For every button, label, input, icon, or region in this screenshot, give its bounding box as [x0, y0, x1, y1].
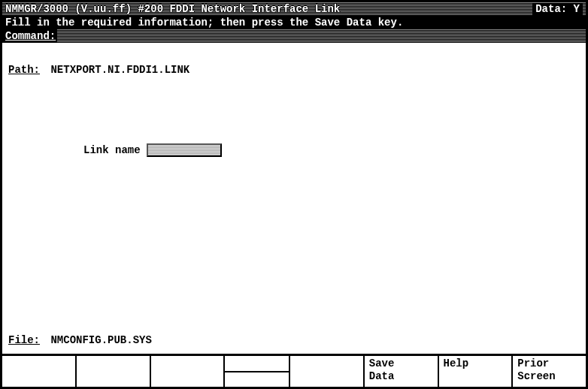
file-row: File: NMCONFIG.PUB.SYS: [8, 334, 152, 346]
fkey-label: Prior: [517, 357, 581, 370]
fkey-4-bottom: [225, 372, 289, 387]
fkey-label: Screen: [517, 370, 581, 383]
link-name-row: Link name: [83, 143, 580, 157]
fkey-help[interactable]: Help: [439, 356, 514, 387]
instruction-text: Fill in the required information; then p…: [2, 16, 586, 29]
title-bar: NMMGR/3000 (V.uu.ff) #200 FDDI Network I…: [2, 2, 586, 16]
file-label: File:: [8, 334, 40, 346]
fkey-3[interactable]: [151, 356, 226, 387]
data-label: Data:: [535, 3, 567, 15]
command-input[interactable]: [57, 29, 586, 43]
link-name-input[interactable]: [147, 143, 222, 157]
app-title: NMMGR/3000 (V.uu.ff) #200 FDDI Network I…: [5, 3, 340, 15]
fkey-1[interactable]: [2, 356, 77, 387]
fkey-save-data[interactable]: Save Data: [365, 356, 439, 387]
fkey-label: Help: [444, 357, 508, 370]
main-area: Path: NETXPORT.NI.FDDI1.LINK Link name F…: [2, 43, 586, 351]
fkey-label: Save: [369, 357, 433, 370]
path-value: NETXPORT.NI.FDDI1.LINK: [50, 64, 189, 76]
fkey-prior-screen[interactable]: Prior Screen: [513, 356, 586, 387]
data-value: Y: [574, 3, 580, 15]
file-value: NMCONFIG.PUB.SYS: [50, 334, 151, 346]
fkey-4-top: [225, 356, 289, 372]
fkey-4[interactable]: [225, 356, 290, 387]
fkey-2[interactable]: [77, 356, 151, 387]
command-row: Command:: [2, 29, 586, 43]
path-row: Path: NETXPORT.NI.FDDI1.LINK: [8, 64, 580, 76]
data-indicator: Data: Y: [532, 3, 583, 15]
fkey-label: Data: [369, 370, 433, 383]
fkey-5[interactable]: [290, 356, 365, 387]
path-label: Path:: [8, 64, 40, 76]
link-name-label: Link name: [83, 144, 141, 156]
function-key-bar: Save Data Help Prior Screen: [2, 354, 586, 387]
command-label: Command:: [2, 29, 57, 43]
